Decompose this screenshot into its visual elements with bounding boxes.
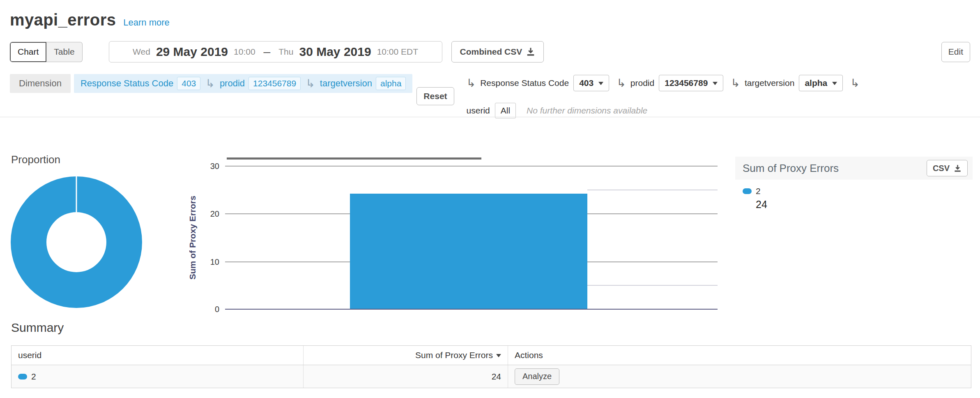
legend-item-label: 2 (756, 186, 761, 196)
legend-item-value: 24 (756, 199, 973, 211)
userid-value: 2 (31, 372, 36, 382)
minor-gridline-25 (587, 190, 718, 190)
chart-legend-panel: Sum of Proxy Errors CSV 2 24 (735, 157, 973, 211)
column-header-sum-proxy-errors[interactable]: Sum of Proxy Errors (304, 346, 508, 365)
column-header-label: Sum of Proxy Errors (415, 350, 493, 360)
breadcrumb-name: targetversion (320, 78, 372, 89)
y-axis-label: Sum of Proxy Errors (188, 196, 198, 280)
date-range-separator: – (264, 45, 271, 59)
csv-button[interactable]: CSV (927, 160, 968, 176)
y-tick-20: 20 (194, 209, 219, 219)
analyze-button[interactable]: Analyze (515, 368, 559, 385)
drilldown-arrow-icon: ↳ (617, 78, 626, 89)
summary-title: Summary (11, 321, 971, 335)
table-view-button[interactable]: Table (46, 42, 82, 62)
drilldown-selected-value: alpha (805, 78, 827, 88)
dimension-breadcrumb-strip: Response Status Code 403 ↳ prodid 123456… (74, 74, 412, 93)
drilldown-arrow-icon: ↳ (306, 78, 315, 89)
bar-sum-proxy-errors[interactable] (350, 194, 587, 309)
learn-more-link[interactable]: Learn more (123, 17, 170, 28)
drilldown-userid: userid All (467, 103, 516, 118)
column-header-actions: Actions (508, 346, 971, 365)
dimension-label: Dimension (10, 74, 71, 93)
report-toolbar: Chart Table Wed 29 May 2019 10:00 – Thu … (10, 41, 970, 63)
summary-table: userid Sum of Proxy Errors Actions 2 24 … (11, 345, 971, 388)
drilldown-label: targetversion (745, 78, 794, 88)
y-tick-0: 0 (194, 305, 219, 314)
proportion-label: Proportion (11, 153, 60, 166)
view-toggle: Chart Table (10, 42, 83, 62)
summary-section: Summary userid Sum of Proxy Errors Actio… (11, 321, 971, 388)
drilldown-label: Response Status Code (480, 78, 569, 88)
sort-descending-icon (496, 354, 501, 360)
download-icon (526, 47, 535, 56)
drilldown-response-status-code: ↳ Response Status Code 403 (467, 75, 610, 91)
y-tick-10: 10 (194, 257, 219, 267)
chevron-down-icon (713, 82, 718, 88)
drilldown-select-prodid[interactable]: 123456789 (659, 75, 723, 91)
date-range-picker[interactable]: Wed 29 May 2019 10:00 – Thu 30 May 2019 … (109, 41, 442, 62)
breadcrumb-name: Response Status Code (81, 78, 173, 89)
y-tick-30: 30 (194, 162, 219, 171)
sum-cell: 24 (304, 365, 508, 388)
breadcrumb-response-status-code[interactable]: Response Status Code 403 (81, 77, 200, 90)
userid-all-chip[interactable]: All (495, 103, 516, 118)
end-date: 30 May 2019 (299, 45, 371, 59)
legend-swatch (743, 188, 752, 194)
breadcrumb-targetversion[interactable]: targetversion alpha (320, 77, 406, 90)
userid-cell: 2 (12, 365, 304, 388)
axis-baseline (225, 309, 718, 310)
end-day: Thu (278, 47, 293, 57)
drilldown-label: userid (467, 106, 490, 116)
charts-section: Proportion 30 20 10 0 Sum of Proxy Error… (0, 117, 980, 319)
minor-gridline-5 (587, 285, 718, 286)
drilldown-selected-value: 123456789 (665, 78, 708, 88)
drilldown-prodid: ↳ prodid 123456789 (617, 75, 723, 91)
chevron-down-icon (598, 82, 603, 88)
legend-header: Sum of Proxy Errors CSV (735, 157, 973, 180)
drilldown-targetversion: ↳ targetversion alpha (731, 75, 843, 91)
drilldown-arrow-icon: ↳ (731, 78, 740, 89)
start-day: Wed (133, 47, 150, 57)
start-time: 10:00 (234, 47, 255, 57)
drilldown-arrow-icon: ↳ (467, 78, 476, 89)
drilldown-select-response-status-code[interactable]: 403 (573, 75, 609, 91)
drilldown-selected-value: 403 (579, 78, 594, 88)
drilldown-arrow-icon: ↳ (850, 78, 860, 89)
combined-csv-button[interactable]: Combined CSV (451, 41, 544, 62)
breadcrumb-value: alpha (376, 77, 406, 90)
download-icon (954, 164, 962, 172)
proportion-donut-chart[interactable] (11, 176, 142, 308)
combined-csv-label: Combined CSV (460, 47, 522, 57)
bar-chart: 30 20 10 0 Sum of Proxy Errors (225, 166, 718, 310)
end-time: 10:00 EDT (377, 47, 418, 57)
table-row: 2 24 Analyze (12, 365, 971, 388)
edit-button[interactable]: Edit (941, 42, 970, 62)
series-swatch (18, 374, 27, 379)
analytics-report-page: myapi_errors Learn more Chart Table Wed … (0, 0, 980, 398)
gridline-30 (225, 166, 718, 167)
page-title: myapi_errors (10, 11, 116, 29)
drilldown-select-targetversion[interactable]: alpha (799, 75, 843, 91)
actions-cell: Analyze (508, 365, 971, 388)
start-date: 29 May 2019 (156, 45, 228, 59)
drilldown-arrow-icon: ↳ (205, 78, 215, 89)
drilldown-label: prodid (630, 78, 654, 88)
no-more-dimensions-note: No further dimensions available (527, 106, 647, 116)
legend-title: Sum of Proxy Errors (743, 162, 839, 175)
drilldown-controls: ↳ Response Status Code 403 ↳ prodid 1234… (467, 74, 970, 118)
breadcrumb-name: prodid (220, 78, 245, 89)
csv-label: CSV (933, 164, 950, 173)
breadcrumb-value: 123456789 (248, 77, 301, 90)
column-header-userid: userid (12, 346, 304, 365)
chart-view-button[interactable]: Chart (10, 42, 46, 62)
dimension-bar: Dimension Response Status Code 403 ↳ pro… (10, 74, 970, 118)
legend-item[interactable]: 2 (743, 186, 973, 196)
breadcrumb-value: 403 (177, 77, 200, 90)
summary-table-header: userid Sum of Proxy Errors Actions (12, 346, 971, 365)
breadcrumb-prodid[interactable]: prodid 123456789 (220, 77, 301, 90)
time-brush[interactable] (227, 157, 481, 160)
chevron-down-icon (832, 82, 837, 88)
report-header: myapi_errors Learn more (10, 11, 170, 29)
reset-button[interactable]: Reset (416, 87, 454, 105)
